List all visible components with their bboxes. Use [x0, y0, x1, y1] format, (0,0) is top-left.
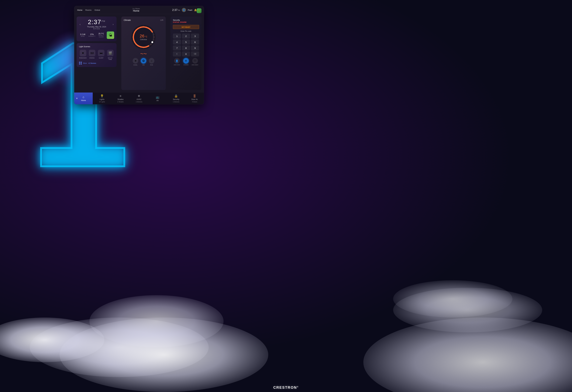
climate-title: Climate: [124, 19, 131, 21]
hvac-fan-button[interactable]: ☼ FAN: [149, 58, 154, 66]
temp-value: 25.7°C: [97, 33, 105, 35]
svg-line-14: [146, 47, 146, 48]
temp-label: MAINLY CLEAR: [97, 35, 105, 38]
pin-5[interactable]: 5: [182, 39, 190, 45]
security-tab-label: Security: [173, 98, 179, 100]
not-ready-badge: NOT-READY: [173, 25, 199, 29]
cool-label: COOL: [133, 64, 138, 66]
main-content: ‹ 2:37PM Thursday, May 30, 2024 KIFISIA …: [74, 14, 204, 92]
hvac-tab-icon: ❄: [138, 94, 140, 98]
pin-2[interactable]: 2: [182, 33, 190, 39]
sleep-icon: 🛏: [98, 50, 104, 56]
wind-value: S 2 bft: [79, 33, 86, 35]
shades-tab-label: Shades: [117, 98, 124, 100]
hvac-tab-label: HVAC: [137, 98, 142, 100]
dining-icon: 🍽: [89, 50, 95, 56]
security-green-button[interactable]: 🌿: [197, 8, 202, 13]
temp-sub: Celcious: [140, 38, 147, 41]
nav-tab-shades[interactable]: ≡ Shades 2 Shades: [111, 93, 130, 104]
arm-stay-label: ARM STAY: [174, 64, 180, 65]
sleep-label: SLEEP: [99, 57, 104, 59]
on-icon: ⏻: [141, 58, 146, 64]
nav-home[interactable]: Home: [77, 9, 82, 11]
fan-label: FAN: [150, 64, 153, 66]
scene-romance[interactable]: ♥ ROMANCE: [79, 50, 87, 60]
svg-line-4: [146, 26, 146, 27]
avatar[interactable]: 👤: [182, 8, 186, 12]
lights-tab-label: Lights: [99, 98, 104, 100]
home-tab-label: Home: [81, 99, 86, 101]
arm-stay-icon: 👤: [174, 58, 180, 64]
pin-3[interactable]: 3: [191, 33, 199, 39]
svg-line-8: [154, 34, 154, 34]
humidity-value: 37%: [88, 33, 96, 35]
pin-1[interactable]: 1: [173, 33, 181, 39]
arm-stay-button[interactable]: 👤 ARM STAY: [173, 58, 181, 65]
weather-nav: ‹ 2:37PM Thursday, May 30, 2024 KIFISIA …: [79, 19, 114, 30]
weather-date: Thursday, May 30, 2024: [87, 26, 106, 28]
nav-tab-hvac[interactable]: ❄ HVAC 1 Devices: [130, 93, 148, 104]
movie-time-label: MOVIE TIME: [106, 57, 114, 60]
header-time: 2:37PM: [172, 9, 180, 12]
header-center: Liv. Room Home: [132, 8, 140, 12]
bell-icon[interactable]: 🔔: [194, 9, 197, 12]
weather-prev-button[interactable]: ‹: [79, 22, 81, 27]
not-ready-text: NOT-READY: [182, 26, 191, 28]
header: Home Rooms Global Liv. Room Home 2:37PM …: [74, 6, 204, 14]
dining-label: DINING: [89, 57, 95, 59]
weather-icon: 🌤: [107, 31, 114, 39]
wind-label: WIND: [79, 35, 86, 37]
weather-wind: S 2 bft WIND: [79, 33, 86, 37]
arm-away-button[interactable]: 🛡 ARM AWAY: [191, 58, 199, 65]
romance-label: ROMANCE: [79, 57, 87, 59]
weather-clock: 2:37PM: [87, 19, 106, 25]
crestron-brand: CRESTRON®: [273, 385, 299, 390]
hvac-tab-sub: 1 Devices: [136, 101, 142, 103]
pin-backspace[interactable]: ⌫: [191, 51, 199, 56]
pin-label: Enter Pin code: [173, 30, 199, 32]
thermostat[interactable]: 26 °C Celcious: [130, 24, 157, 50]
weather-next-button[interactable]: ›: [112, 22, 114, 27]
nav-tab-home[interactable]: ▼ ⌂ Home: [74, 93, 93, 104]
hvac-cool-button[interactable]: ❄ COOL: [133, 58, 138, 66]
nav-tab-lights[interactable]: 💡 Lights 14 Lights: [93, 93, 111, 104]
scene-movie-time[interactable]: 🎬 MOVIE TIME: [106, 50, 114, 60]
hvac-on-button[interactable]: ⏻ ON: [141, 58, 146, 66]
weather-humidity: 37% HUMIDITY: [88, 33, 96, 37]
svg-line-22: [133, 34, 134, 34]
arm-away-label: ARM AWAY: [192, 64, 198, 65]
thermostat-center: 26 °C Celcious: [140, 34, 147, 41]
nav-rooms[interactable]: Rooms: [85, 9, 92, 11]
pin-8[interactable]: 8: [182, 46, 190, 50]
movie-time-icon: 🎬: [107, 50, 113, 56]
shades-tab-icon: ≡: [120, 94, 122, 98]
fan-icon: ☼: [149, 58, 154, 64]
humidity-label: HUMIDITY: [88, 35, 96, 37]
nav-tab-door[interactable]: 🚪 Door Ac 4 Doors: [185, 93, 204, 104]
pin-6[interactable]: 6: [191, 39, 199, 45]
disarm-button[interactable]: ✕ DISARM: [182, 58, 190, 65]
weather-time-display: 2:37PM Thursday, May 30, 2024 KIFISIA: [87, 19, 106, 30]
nav-global[interactable]: Global: [95, 9, 100, 11]
bottom-nav: ▼ ⌂ Home 💡 Lights 14 Lights ≡ Shades 2 S…: [74, 92, 204, 104]
scenes-grid: ♥ ROMANCE 🍽 DINING 🛏 SLEEP 🎬 MOVIE TIME: [79, 50, 114, 60]
climate-dial-wrap: 26 °C Celcious: [124, 24, 163, 50]
security-tab-icon: 🔒: [174, 94, 178, 98]
pin-7[interactable]: 7: [173, 46, 181, 50]
header-nav: Home Rooms Global: [77, 9, 100, 11]
weather-location: KIFISIA: [87, 28, 106, 30]
disarm-label: DISARM: [183, 64, 189, 65]
more-scenes-button[interactable]: More +1 Scenes: [79, 62, 114, 65]
weather-widget: ‹ 2:37PM Thursday, May 30, 2024 KIFISIA …: [77, 16, 117, 41]
scene-dining[interactable]: 🍽 DINING: [88, 50, 96, 60]
scene-sleep[interactable]: 🛏 SLEEP: [97, 50, 105, 60]
disarm-icon: ✕: [183, 58, 189, 64]
pin-clear[interactable]: C: [173, 51, 181, 56]
nav-tab-av[interactable]: 📺 AV: [148, 93, 167, 104]
nav-tab-security[interactable]: 🔒 Security 1 Devices: [167, 93, 185, 104]
home-down-arrow: ▼: [76, 97, 78, 100]
on-label: ON: [143, 64, 145, 66]
pin-0[interactable]: 0: [182, 51, 190, 56]
pin-9[interactable]: 9: [191, 46, 199, 50]
pin-4[interactable]: 4: [173, 39, 181, 45]
